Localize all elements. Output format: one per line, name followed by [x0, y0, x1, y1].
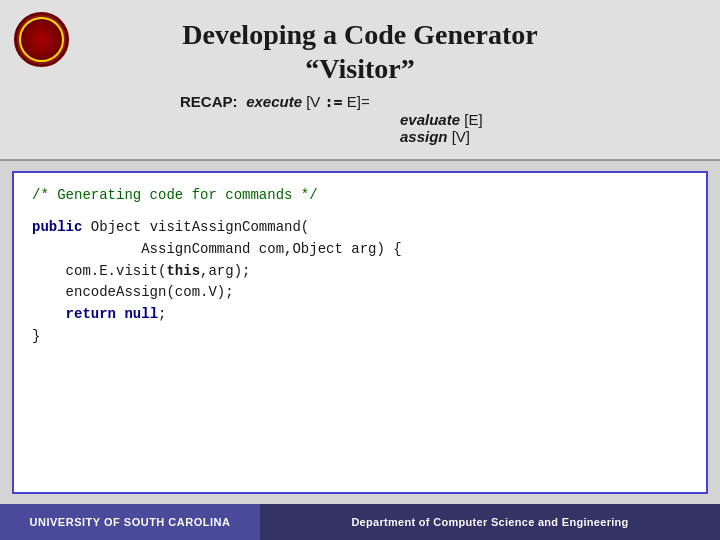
code-comment: /* Generating code for commands */ — [32, 187, 688, 203]
footer-department: Department of Computer Science and Engin… — [260, 504, 720, 540]
title-line2: “Visitor” — [20, 52, 700, 86]
slide-title: Developing a Code Generator “Visitor” — [20, 18, 700, 85]
slide-container: Developing a Code Generator “Visitor” RE… — [0, 0, 720, 540]
code-line5: return null; — [32, 304, 688, 326]
recap-line2: evaluate [E] — [400, 111, 700, 128]
recap-line1: RECAP: execute [V := E]= — [180, 93, 700, 111]
code-line2: AssignCommand com,Object arg) { — [32, 239, 688, 261]
recap-line3: assign [V] — [400, 128, 700, 145]
code-section: /* Generating code for commands */ publi… — [12, 171, 708, 494]
recap-execute: execute [V := E]= — [242, 93, 370, 110]
code-line3: com.E.visit(this,arg); — [32, 261, 688, 283]
code-line6: } — [32, 326, 688, 348]
code-line4: encodeAssign(com.V); — [32, 282, 688, 304]
bottom-bar: UNIVERSITY OF SOUTH CAROLINA Department … — [0, 504, 720, 540]
recap-section: RECAP: execute [V := E]= evaluate [E] as… — [180, 93, 700, 145]
code-line1: public Object visitAssignCommand( — [32, 217, 688, 239]
footer-university: UNIVERSITY OF SOUTH CAROLINA — [0, 504, 260, 540]
recap-label: RECAP: — [180, 93, 238, 110]
top-section: Developing a Code Generator “Visitor” RE… — [0, 0, 720, 161]
university-logo — [14, 12, 69, 82]
title-line1: Developing a Code Generator — [20, 18, 700, 52]
